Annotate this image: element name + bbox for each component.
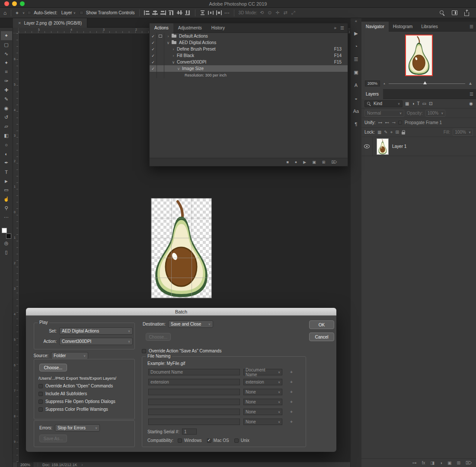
align-left-icon[interactable]	[144, 10, 150, 15]
roll-3d-icon[interactable]: ⊙	[268, 10, 272, 16]
dialog-toggle-icon[interactable]	[157, 33, 164, 39]
play-icon[interactable]: ▶	[303, 160, 306, 164]
smart-object-filter-icon[interactable]: ⊡	[429, 101, 432, 106]
action-check-icon[interactable]: ✓	[150, 52, 157, 59]
new-folder-icon[interactable]: ▣	[312, 160, 316, 164]
tab-close-icon[interactable]: ×	[18, 20, 21, 26]
expander-icon[interactable]: ›	[171, 47, 176, 51]
shape-filter-icon[interactable]: ▭	[422, 101, 426, 106]
zoom-tool[interactable]: ⚲	[1, 204, 12, 213]
visibility-toggle[interactable]	[361, 137, 373, 156]
lock-position-icon[interactable]: ⌖	[390, 130, 393, 135]
action-check-icon[interactable]: ✓	[150, 39, 157, 46]
add-naming-row-icon[interactable]: +	[290, 370, 293, 374]
move-tool-icon[interactable]: ⌖	[16, 10, 19, 16]
source-option-checkbox[interactable]: Suppress Color Profile Warnings	[38, 407, 115, 412]
adjustment-layer-icon[interactable]: ◑	[440, 461, 442, 465]
document-tab[interactable]: × Layer 2.png @ 200% (RGB/8)	[13, 18, 87, 28]
tab-history[interactable]: History	[207, 23, 230, 33]
blur-tool[interactable]: ○	[1, 140, 12, 149]
panel-menu-icon[interactable]: ☰	[340, 26, 344, 30]
pen-tool[interactable]: ✒	[1, 158, 12, 167]
marquee-tool[interactable]: ▢	[1, 40, 12, 49]
distribute-center-icon[interactable]	[216, 10, 222, 15]
layer-row[interactable]: Layer 1	[361, 137, 476, 156]
type-tool[interactable]: T	[1, 167, 12, 176]
errors-select[interactable]: Stop for Errors∨	[55, 424, 100, 432]
navigator-zoom-value[interactable]: 200%	[365, 80, 380, 86]
auto-select-checkbox[interactable]	[27, 11, 31, 15]
source-option-checkbox[interactable]: Override Action “Open” Commands	[38, 384, 115, 388]
add-naming-row-icon[interactable]: +	[290, 390, 293, 394]
action-select[interactable]: Convert300DPI∨	[59, 338, 133, 345]
foreground-color-swatch[interactable]	[2, 228, 7, 233]
pixel-filter-icon[interactable]: ▦	[405, 101, 409, 106]
add-naming-row-icon[interactable]: +	[290, 419, 293, 424]
orbit-3d-icon[interactable]: ⟲	[260, 10, 264, 16]
zoom-window-button[interactable]	[20, 1, 25, 6]
dock-adjustments-icon[interactable]: ◒	[352, 94, 361, 102]
naming-select[interactable]: None∨	[243, 399, 282, 405]
action-detail-row[interactable]: Resolution: 300 per inch	[150, 72, 348, 78]
override-save-checkbox[interactable]: Override Action “Save As” Commands	[142, 349, 221, 353]
slide-3d-icon[interactable]: ⇄	[284, 10, 288, 16]
lasso-tool[interactable]: ∿	[1, 49, 12, 58]
opacity-value[interactable]: 100%∨	[425, 110, 446, 117]
expander-icon[interactable]: ›	[166, 34, 170, 38]
stop-icon[interactable]: ■	[286, 160, 288, 164]
shape-tool[interactable]: ▭	[1, 186, 12, 195]
dodge-tool[interactable]: ◐	[1, 149, 12, 158]
edit-toolbar-icon[interactable]: ⋯	[1, 213, 12, 222]
lock-all-icon[interactable]	[402, 132, 405, 134]
dock-glyphs-icon[interactable]: Aa	[352, 107, 361, 115]
dialog-toggle-icon[interactable]	[157, 65, 164, 72]
search-icon[interactable]	[440, 10, 445, 16]
action-row[interactable]: ✓ ∨ Convert300DPI F15	[150, 59, 348, 65]
home-icon[interactable]: ⌂	[3, 10, 6, 16]
align-top-icon[interactable]	[169, 10, 174, 15]
add-naming-row-icon[interactable]: +	[290, 409, 293, 414]
naming-select[interactable]: None∨	[243, 419, 282, 425]
lock-transparency-icon[interactable]: ▦	[377, 130, 381, 134]
layer-thumbnail[interactable]	[377, 138, 389, 155]
tab-navigator[interactable]: Navigator	[361, 22, 389, 32]
naming-select[interactable]: None∨	[243, 409, 282, 415]
link-layers-icon[interactable]: ⊶	[412, 461, 417, 465]
naming-field[interactable]: Document Name	[148, 369, 240, 375]
dialog-toggle-icon[interactable]	[157, 59, 164, 65]
type-filter-icon[interactable]: T	[417, 101, 420, 106]
choose-source-button[interactable]: Choose...	[39, 364, 67, 371]
healing-brush-tool[interactable]: ✚	[1, 86, 12, 95]
delete-icon[interactable]: ⌦	[331, 160, 337, 164]
action-check-icon[interactable]: ✓	[150, 65, 157, 72]
vertical-ruler[interactable]: 6543210123456789	[13, 33, 19, 462]
choose-destination-button[interactable]: Choose...	[146, 333, 171, 341]
dock-character-icon[interactable]: A	[352, 81, 361, 90]
delete-layer-icon[interactable]: ⌦	[466, 461, 472, 465]
align-center-h-icon[interactable]	[152, 10, 158, 15]
move-tool[interactable]: ⌖	[1, 31, 12, 40]
show-transform-checkbox[interactable]	[80, 11, 83, 15]
canvas-image[interactable]	[151, 198, 211, 298]
slider-thumb[interactable]	[423, 81, 427, 84]
compatibility-checkbox[interactable]: Unix	[234, 438, 249, 443]
action-set-row[interactable]: ✓ › Default Actions	[150, 33, 348, 39]
background-color-swatch[interactable]	[6, 234, 11, 239]
zoom-level-field[interactable]: 200%	[17, 462, 33, 467]
tab-adjustments[interactable]: Adjustments	[173, 23, 207, 33]
scale-3d-icon[interactable]: ⤢	[291, 10, 295, 16]
dock-actions-icon[interactable]: ▶	[352, 29, 361, 38]
panel-menu-icon[interactable]: ☰	[470, 24, 473, 29]
action-check-icon[interactable]: ✓	[150, 46, 157, 52]
filter-switch-icon[interactable]: ◉	[469, 101, 473, 106]
dock-history-icon[interactable]: ◔	[352, 42, 361, 51]
unify-visibility-icon[interactable]: ⊸	[392, 120, 396, 125]
dialog-toggle-icon[interactable]	[157, 39, 164, 46]
lock-pixels-icon[interactable]: ✎	[384, 130, 387, 134]
eyedropper-tool[interactable]: ✑	[1, 77, 12, 86]
naming-select[interactable]: None∨	[243, 389, 282, 395]
action-row[interactable]: ✓ › Define Brush Preset F13	[150, 46, 348, 52]
fill-value[interactable]: 100%∨	[453, 129, 473, 136]
source-option-checkbox[interactable]: Suppress File Open Options Dialogs	[38, 399, 115, 404]
close-window-button[interactable]	[4, 1, 9, 6]
